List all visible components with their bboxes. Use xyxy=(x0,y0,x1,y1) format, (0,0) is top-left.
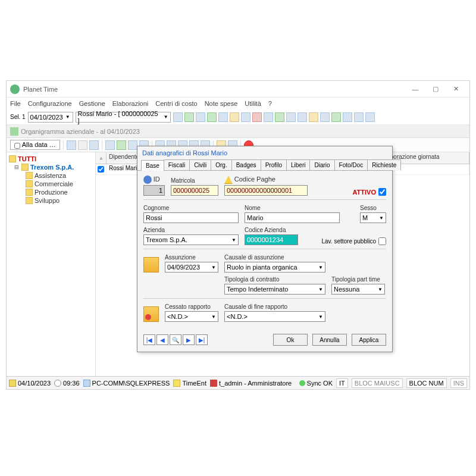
maximize-button[interactable]: ▢ xyxy=(425,83,446,96)
status-attivo: ATTIVO xyxy=(352,189,376,196)
ct-icon[interactable] xyxy=(89,140,99,150)
tab-richieste[interactable]: Richieste xyxy=(367,159,401,170)
causale-fine-dropdown[interactable]: <N.D.>▼ xyxy=(224,311,325,322)
user-icon xyxy=(210,380,217,387)
toolbar-icons xyxy=(173,112,375,122)
tb-icon[interactable] xyxy=(365,112,375,122)
tb-icon[interactable] xyxy=(230,112,239,122)
title-bar: Planet Time — ▢ ✕ xyxy=(7,81,469,98)
status-lang: IT xyxy=(336,378,348,388)
alla-data-chip[interactable]: Alla data … xyxy=(10,140,60,149)
menu-help[interactable]: ? xyxy=(268,100,272,107)
tree-root[interactable]: TUTTI xyxy=(9,155,93,163)
tb-icon[interactable] xyxy=(331,112,341,122)
tree-company[interactable]: ⊟Trexom S.p.A. xyxy=(9,163,93,171)
azienda-dropdown[interactable]: Trexom S.p.A.▼ xyxy=(143,234,239,245)
ct-icon[interactable] xyxy=(117,140,126,150)
folder-icon xyxy=(21,164,29,171)
tab-liberi[interactable]: Liberi xyxy=(286,159,310,170)
assunzione-field[interactable]: 04/09/2023▼ xyxy=(165,262,218,273)
nav-first[interactable]: |◀ xyxy=(143,334,155,345)
tb-icon[interactable] xyxy=(241,112,250,122)
codice-paghe-field[interactable]: 000000000000000001 xyxy=(224,185,308,196)
lav-pubblico-checkbox[interactable] xyxy=(378,237,386,245)
tb-icon[interactable] xyxy=(196,112,205,122)
tab-profilo[interactable]: Profilo xyxy=(261,159,287,170)
status-bar: 04/10/2023 09:36 PC-COMM\SQLEXPRESS Time… xyxy=(7,376,469,389)
menu-utilita[interactable]: Utilità xyxy=(245,100,261,107)
tipo-contratto-dropdown[interactable]: Tempo Indeterminato▼ xyxy=(224,284,325,295)
tab-badges[interactable]: Badges xyxy=(231,159,261,170)
menu-centri[interactable]: Centri di costo xyxy=(155,100,197,107)
folder-icon xyxy=(26,197,33,204)
ct-icon[interactable] xyxy=(105,140,115,150)
applica-button[interactable]: Applica xyxy=(352,334,386,346)
tab-fotodoc[interactable]: Foto/Doc xyxy=(334,159,368,170)
tree-child[interactable]: Commerciale xyxy=(9,180,93,188)
menu-config[interactable]: Configurazione xyxy=(28,100,72,107)
nav-search[interactable]: 🔍 xyxy=(170,334,181,345)
tab-diario[interactable]: Diario xyxy=(309,159,334,170)
ok-button[interactable]: Ok xyxy=(273,334,308,346)
tab-base[interactable]: Base xyxy=(141,160,164,171)
tab-org[interactable]: Org. xyxy=(211,159,231,170)
tree-panel: TUTTI ⊟Trexom S.p.A. Assistenza Commerci… xyxy=(7,152,96,390)
tree-child[interactable]: Assistenza xyxy=(9,171,93,180)
col-check[interactable]: ▵ xyxy=(96,152,107,164)
tree-child[interactable]: Sviluppo xyxy=(9,196,93,205)
matricola-field[interactable]: 0000000025 xyxy=(171,185,218,196)
minimize-button[interactable]: — xyxy=(405,83,425,96)
label-azienda: Azienda xyxy=(143,227,239,233)
attivo-checkbox[interactable] xyxy=(378,188,386,196)
sesso-dropdown[interactable]: M▼ xyxy=(360,212,386,223)
ct-icon[interactable] xyxy=(67,140,76,150)
label-cessato: Cessato rapporto xyxy=(165,303,218,310)
ct-icon[interactable] xyxy=(78,140,87,150)
tb-icon[interactable] xyxy=(320,112,330,122)
menu-file[interactable]: File xyxy=(10,100,21,107)
annulla-button[interactable]: Annulla xyxy=(312,334,347,346)
row-check[interactable] xyxy=(98,166,104,173)
tb-icon[interactable] xyxy=(275,112,284,122)
tb-icon[interactable] xyxy=(207,112,217,122)
cessato-field[interactable]: <N.D.>▼ xyxy=(165,311,218,322)
alla-data-check[interactable] xyxy=(14,143,20,149)
tb-icon[interactable] xyxy=(298,112,307,122)
tab-fiscali[interactable]: Fiscali xyxy=(164,159,190,170)
label-cognome: Cognome xyxy=(143,205,239,211)
causale-ass-dropdown[interactable]: Ruolo in pianta organica▼ xyxy=(224,262,325,273)
tipo-parttime-dropdown[interactable]: Nessuna▼ xyxy=(331,284,385,295)
ct-icon[interactable] xyxy=(128,140,137,150)
module-icon xyxy=(173,380,180,387)
tb-icon[interactable] xyxy=(354,112,364,122)
label-tipo-contratto: Tipologia di contratto xyxy=(224,276,325,283)
status-server: PC-COMM\SQLEXPRESS xyxy=(92,380,170,387)
folder-icon xyxy=(26,180,33,187)
nav-last[interactable]: ▶| xyxy=(196,334,208,345)
tb-icon[interactable] xyxy=(218,112,228,122)
label-assunzione: Assunzione xyxy=(165,254,218,261)
status-sync: Sync OK xyxy=(307,380,333,387)
tree-child[interactable]: Produzione xyxy=(9,188,93,196)
status-caps: BLOC MAIUSC xyxy=(352,378,403,388)
cognome-field[interactable]: Rossi xyxy=(143,212,239,223)
status-module: TimeEnt xyxy=(182,380,206,387)
nav-prev[interactable]: ◀ xyxy=(156,334,168,345)
tb-icon[interactable] xyxy=(309,112,318,122)
tb-icon[interactable] xyxy=(184,112,194,122)
tb-icon[interactable] xyxy=(286,112,296,122)
menu-note[interactable]: Note spese xyxy=(205,100,238,107)
nome-field[interactable]: Mario xyxy=(245,212,340,223)
tb-icon[interactable] xyxy=(173,112,183,122)
tb-icon[interactable] xyxy=(252,112,262,122)
tb-icon[interactable] xyxy=(343,112,352,122)
employee-dropdown[interactable]: Rossi Mario - [ 0000000025 ]▼ xyxy=(76,112,171,123)
menu-elab[interactable]: Elaborazioni xyxy=(112,100,149,107)
menu-gestione[interactable]: Gestione xyxy=(79,100,105,107)
date-dropdown[interactable]: 04/10/2023▼ xyxy=(28,112,73,123)
nav-next[interactable]: ▶ xyxy=(183,334,195,345)
label-matricola: Matricola xyxy=(171,177,218,184)
tb-icon[interactable] xyxy=(264,112,273,122)
close-button[interactable]: ✕ xyxy=(446,83,466,96)
tab-civili[interactable]: Civili xyxy=(189,159,211,170)
